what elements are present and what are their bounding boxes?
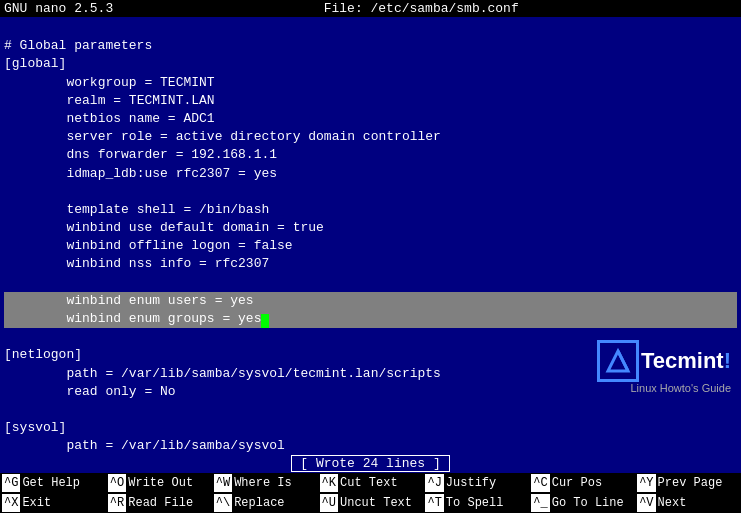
menu-key: ^G xyxy=(2,474,20,492)
menu-key: ^_ xyxy=(531,494,549,512)
file-name: File: /etc/samba/smb.conf xyxy=(324,1,519,16)
menu-item[interactable]: ^X Exit xyxy=(0,493,106,513)
editor-line: template shell = /bin/bash xyxy=(4,201,737,219)
menu-key: ^Y xyxy=(637,474,655,492)
menu-key: ^R xyxy=(108,494,126,512)
title-bar: GNU nano 2.5.3 File: /etc/samba/smb.conf xyxy=(0,0,741,17)
editor-line: dns forwarder = 192.168.1.1 xyxy=(4,146,737,164)
menu-label: To Spell xyxy=(444,496,504,510)
editor-line: winbind enum groups = yes xyxy=(4,310,737,328)
editor-line: server role = active directory domain co… xyxy=(4,128,737,146)
tecmint-icon xyxy=(597,340,639,382)
tecmint-brand-text: Tecmint! xyxy=(641,348,731,373)
menu-item[interactable]: ^W Where Is xyxy=(212,473,318,493)
menu-key: ^J xyxy=(425,474,443,492)
menu-label: Go To Line xyxy=(550,496,624,510)
menu-item[interactable]: ^J Justify xyxy=(423,473,529,493)
menu-label: Where Is xyxy=(232,476,292,490)
tecmint-logo: Tecmint! Linux Howto's Guide xyxy=(597,340,731,394)
editor-line xyxy=(4,401,737,419)
editor-line: workgroup = TECMINT xyxy=(4,74,737,92)
status-message: [ Wrote 24 lines ] xyxy=(291,455,449,472)
menu-label: Exit xyxy=(20,496,51,510)
menu-key: ^T xyxy=(425,494,443,512)
menu-key: ^W xyxy=(214,474,232,492)
menu-key: ^V xyxy=(637,494,655,512)
menu-item[interactable]: ^T To Spell xyxy=(423,493,529,513)
menu-label: Justify xyxy=(444,476,496,490)
menu-item[interactable]: ^G Get Help xyxy=(0,473,106,493)
editor-line: # Global parameters xyxy=(4,37,737,55)
tecmint-name: Tecmint! xyxy=(641,348,731,374)
menu-label: Read File xyxy=(126,496,193,510)
cursor xyxy=(261,314,269,328)
tecmint-svg-icon xyxy=(603,346,633,376)
editor-line: idmap_ldb:use rfc2307 = yes xyxy=(4,165,737,183)
editor-line: winbind offline logon = false xyxy=(4,237,737,255)
editor-line: [sysvol] xyxy=(4,419,737,437)
editor-line xyxy=(4,274,737,292)
menu-item[interactable]: ^O Write Out xyxy=(106,473,212,493)
svg-line-1 xyxy=(618,351,628,371)
editor-line: winbind nss info = rfc2307 xyxy=(4,255,737,273)
menu-item[interactable]: ^V Next xyxy=(635,493,741,513)
tecmint-subtitle: Linux Howto's Guide xyxy=(597,382,731,394)
menu-label: Cur Pos xyxy=(550,476,602,490)
menu-bar-1: ^G Get Help^O Write Out^W Where Is^K Cut… xyxy=(0,473,741,493)
editor-line: path = /var/lib/samba/sysvol xyxy=(4,437,737,454)
tecmint-exclaim: ! xyxy=(724,348,731,373)
menu-item[interactable]: ^U Uncut Text xyxy=(318,493,424,513)
menu-label: Write Out xyxy=(126,476,193,490)
menu-label: Prev Page xyxy=(656,476,723,490)
editor-line: winbind enum users = yes xyxy=(4,292,737,310)
editor-line: winbind use default domain = true xyxy=(4,219,737,237)
tecmint-box: Tecmint! xyxy=(597,340,731,382)
menu-label: Next xyxy=(656,496,687,510)
menu-key: ^\ xyxy=(214,494,232,512)
status-bar: [ Wrote 24 lines ] xyxy=(0,454,741,473)
editor-line xyxy=(4,19,737,37)
editor[interactable]: # Global parameters[global] workgroup = … xyxy=(0,17,741,454)
menu-bar-2: ^X Exit^R Read File^\ Replace^U Uncut Te… xyxy=(0,493,741,513)
menu-key: ^O xyxy=(108,474,126,492)
menu-label: Replace xyxy=(232,496,284,510)
menu-key: ^K xyxy=(320,474,338,492)
menu-item[interactable]: ^K Cut Text xyxy=(318,473,424,493)
editor-line: netbios name = ADC1 xyxy=(4,110,737,128)
menu-key: ^C xyxy=(531,474,549,492)
menu-label: Cut Text xyxy=(338,476,398,490)
editor-line: realm = TECMINT.LAN xyxy=(4,92,737,110)
menu-label: Uncut Text xyxy=(338,496,412,510)
menu-key: ^X xyxy=(2,494,20,512)
editor-line xyxy=(4,183,737,201)
menu-item[interactable]: ^C Cur Pos xyxy=(529,473,635,493)
editor-line: [global] xyxy=(4,55,737,73)
menu-item[interactable]: ^R Read File xyxy=(106,493,212,513)
menu-item[interactable]: ^_ Go To Line xyxy=(529,493,635,513)
menu-item[interactable]: ^Y Prev Page xyxy=(635,473,741,493)
app: GNU nano 2.5.3 File: /etc/samba/smb.conf… xyxy=(0,0,741,513)
app-name: GNU nano 2.5.3 xyxy=(4,1,113,16)
title-right xyxy=(729,1,737,16)
menu-label: Get Help xyxy=(20,476,80,490)
menu-key: ^U xyxy=(320,494,338,512)
menu-item[interactable]: ^\ Replace xyxy=(212,493,318,513)
